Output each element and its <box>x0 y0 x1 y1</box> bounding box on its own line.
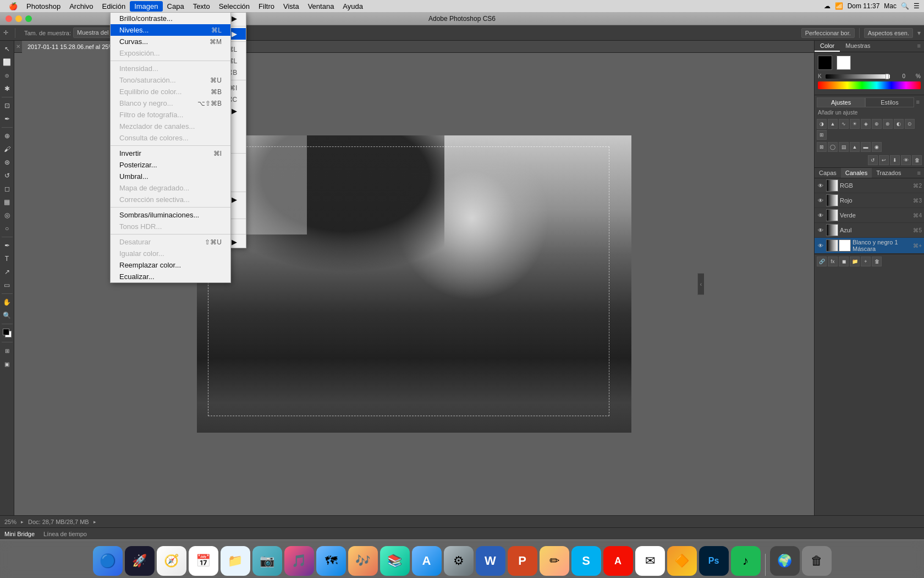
tool-eyedropper[interactable]: ✒ <box>1 113 13 125</box>
tab-close[interactable]: ✕ <box>14 43 22 50</box>
tool-clone[interactable]: ⊛ <box>1 156 13 168</box>
adj-photo-filter[interactable]: ⊙ <box>905 119 915 129</box>
refine-edge-button[interactable]: Perfeccionar bor. <box>801 28 855 38</box>
apple-menu[interactable]: 🍎 <box>4 1 22 12</box>
dock-safari[interactable]: 🧭 <box>157 546 186 576</box>
menu-ecualizar[interactable]: Ecualizar... <box>111 271 230 282</box>
adj-vibrance[interactable]: ◈ <box>861 119 871 129</box>
layer-row-green[interactable]: 👁 Verde ⌘4 <box>815 208 924 223</box>
menu-filtro[interactable]: Filtro <box>254 1 279 12</box>
dock-sysprefs[interactable]: ⚙ <box>444 546 474 576</box>
menu-edicion[interactable]: Edición <box>98 1 130 12</box>
fg-color-swatch[interactable] <box>818 56 832 70</box>
layers-panel-menu[interactable]: ≡ <box>914 168 924 178</box>
eye-icon-bw[interactable]: 👁 <box>817 242 824 249</box>
screen-mode-icon[interactable]: ▣ <box>1 358 13 370</box>
tool-zoom[interactable]: 🔍 <box>1 309 13 321</box>
dock-finder[interactable]: 🔵 <box>93 546 123 576</box>
close-button[interactable] <box>6 15 12 22</box>
menu-curvas[interactable]: Curvas... ⌘M <box>111 36 230 47</box>
delete-layer-btn[interactable]: 🗑 <box>872 257 882 266</box>
adj-selective-color[interactable]: ◉ <box>872 142 882 152</box>
layer-row-blue[interactable]: 👁 Azul ⌘5 <box>815 223 924 238</box>
tab-adjustments[interactable]: Ajustes <box>817 97 865 107</box>
dock-launchpad[interactable]: 🚀 <box>125 546 155 576</box>
tool-history[interactable]: ↺ <box>1 170 13 182</box>
tool-text[interactable]: T <box>1 253 13 265</box>
menu-seleccion[interactable]: Selección <box>215 1 254 12</box>
layer-row-rgb[interactable]: 👁 RGB ⌘2 <box>815 178 924 193</box>
tool-gradient[interactable]: ▦ <box>1 196 13 208</box>
eye-icon-rgb[interactable]: 👁 <box>817 182 824 189</box>
tab-layers[interactable]: Capas <box>815 168 841 178</box>
bg-color-swatch[interactable] <box>837 56 851 70</box>
layer-row-bw-mask[interactable]: 👁 Blanco y negro 1 Máscara ⌘+ <box>815 238 924 254</box>
menu-reemplazar-color[interactable]: Reemplazar color... <box>111 259 230 271</box>
dock-itunes[interactable]: 🎵 <box>284 546 314 576</box>
tab-paths[interactable]: Trazados <box>872 168 905 178</box>
tool-move[interactable]: ↖ <box>1 43 13 55</box>
dock-ps[interactable]: Ps <box>699 546 729 576</box>
adj-delete-btn[interactable]: 🗑 <box>912 155 922 165</box>
maximize-button[interactable] <box>25 15 32 22</box>
essentials-button[interactable]: Aspectos esen. <box>864 28 913 38</box>
add-mask-btn[interactable]: ◼ <box>839 257 849 266</box>
adj-invert[interactable]: ◯ <box>828 142 838 152</box>
mini-bridge-tab[interactable]: Mini Bridge <box>4 531 35 537</box>
tool-dodge[interactable]: ○ <box>1 222 13 235</box>
adj-color-lookup[interactable]: ⊠ <box>817 142 827 152</box>
menu-imagen[interactable]: Imagen <box>130 1 162 12</box>
dock-trash[interactable]: 🗑 <box>802 546 832 576</box>
panel-menu-button[interactable]: ≡ <box>914 41 924 52</box>
menu-invertir[interactable]: Invertir ⌘I <box>111 148 230 159</box>
adj-brightness[interactable]: ◑ <box>817 119 827 129</box>
adj-color-balance[interactable]: ⊗ <box>883 119 893 129</box>
menu-brillo-contraste[interactable]: Brillo/contraste... <box>111 13 230 24</box>
adj-threshold[interactable]: ▲ <box>850 142 860 152</box>
dock-gmail[interactable]: ✉ <box>635 546 665 576</box>
quick-mask-icon[interactable]: ⊞ <box>1 345 13 357</box>
color-swatch[interactable] <box>3 329 12 337</box>
menu-capa[interactable]: Capa <box>163 1 189 12</box>
adj-curves[interactable]: ∿ <box>839 119 849 129</box>
tab-styles[interactable]: Estilos <box>865 97 914 107</box>
tool-brush[interactable]: 🖌 <box>1 143 13 155</box>
k-slider[interactable] <box>826 74 890 79</box>
adj-levels[interactable]: ▲ <box>828 119 838 129</box>
tab-color[interactable]: Color <box>815 41 840 52</box>
new-layer-btn[interactable]: + <box>861 257 871 266</box>
adj-channel-mixer[interactable]: ⊞ <box>817 130 827 140</box>
minimize-button[interactable] <box>15 15 22 22</box>
adj-hue-sat[interactable]: ⊕ <box>872 119 882 129</box>
dock-acrobat[interactable]: A <box>603 546 633 576</box>
menu-vista[interactable]: Vista <box>279 1 304 12</box>
dock-skype[interactable]: S <box>571 546 601 576</box>
menu-umbral[interactable]: Umbral... <box>111 171 230 182</box>
menu-niveles[interactable]: Niveles... ⌘L <box>111 24 230 36</box>
adj-visibility-btn[interactable]: 👁 <box>901 155 911 165</box>
tool-pen[interactable]: ✒ <box>1 239 13 252</box>
panel-collapse-button[interactable]: ‹ <box>697 273 704 295</box>
link-layers-btn[interactable]: 🔗 <box>817 257 827 266</box>
search-icon[interactable]: 🔍 <box>901 2 909 10</box>
timeline-tab[interactable]: Línea de tiempo <box>43 531 87 537</box>
dock-spotify[interactable]: ♪ <box>731 546 761 576</box>
dock-iphoto[interactable]: 📷 <box>252 546 282 576</box>
eye-icon-blue[interactable]: 👁 <box>817 226 824 234</box>
adj-posterize[interactable]: ▤ <box>839 142 849 152</box>
dock-calendar[interactable]: 📅 <box>189 546 218 576</box>
dock-vlc[interactable]: 🔶 <box>667 546 697 576</box>
tool-magic-wand[interactable]: ✱ <box>1 83 13 95</box>
adj-reset-btn[interactable]: ↺ <box>868 155 878 165</box>
eye-icon-green[interactable]: 👁 <box>817 211 824 219</box>
dock-maps[interactable]: 🗺 <box>316 546 346 576</box>
tool-crop[interactable]: ⊡ <box>1 100 13 112</box>
adj-clip-btn[interactable]: ⬇ <box>890 155 900 165</box>
adj-panel-menu[interactable]: ≡ <box>914 97 922 107</box>
dock-word[interactable]: W <box>476 546 505 576</box>
tool-path-select[interactable]: ↗ <box>1 266 13 278</box>
menu-ayuda[interactable]: Ayuda <box>338 1 367 12</box>
tab-swatches[interactable]: Muestras <box>840 41 876 52</box>
menu-posterizar[interactable]: Posterizar... <box>111 159 230 171</box>
menu-ventana[interactable]: Ventana <box>304 1 339 12</box>
